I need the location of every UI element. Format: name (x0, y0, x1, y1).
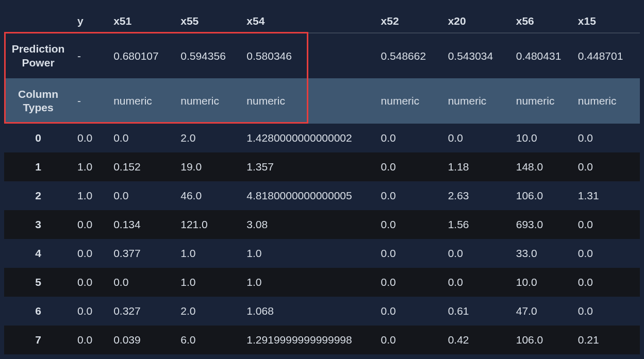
row-index: 0 (4, 124, 72, 152)
cell: 47.0 (511, 297, 573, 326)
row-index: 1 (4, 152, 72, 181)
cell: 6.0 (175, 326, 241, 354)
row-index: 3 (4, 210, 72, 239)
cell: 0.0 (108, 124, 175, 152)
cell: 1.2919999999999998 (241, 326, 375, 354)
prediction-power-row: Prediction Power - 0.680107 0.594356 0.5… (4, 33, 640, 78)
cell: 0.0 (573, 239, 640, 268)
cell: 2.0 (175, 297, 241, 326)
cell: 0.152 (108, 152, 175, 181)
column-types-cell: numeric (573, 78, 640, 124)
col-header[interactable]: x15 (573, 9, 640, 33)
col-header[interactable]: x55 (175, 9, 241, 33)
col-header[interactable]: x51 (108, 9, 175, 33)
table-row: 3 0.0 0.134 121.0 3.08 0.0 1.56 693.0 0.… (4, 210, 640, 239)
table-row: 7 0.0 0.039 6.0 1.2919999999999998 0.0 0… (4, 326, 640, 354)
cell: 121.0 (175, 210, 241, 239)
table-row: 1 1.0 0.152 19.0 1.357 0.0 1.18 148.0 0.… (4, 152, 640, 181)
cell: 2.0 (175, 124, 241, 152)
cell: 1.357 (241, 152, 375, 181)
cell: 0.0 (376, 239, 443, 268)
cell: 0.0 (573, 297, 640, 326)
prediction-power-cell: 0.480431 (511, 33, 573, 78)
prediction-power-cell: 0.594356 (175, 33, 241, 78)
cell: 0.0 (72, 124, 108, 152)
cell: 1.0 (241, 239, 375, 268)
cell: 0.0 (376, 268, 443, 297)
header-blank (4, 9, 72, 33)
col-header[interactable]: y (72, 9, 108, 33)
table-row: 6 0.0 0.327 2.0 1.068 0.0 0.61 47.0 0.0 (4, 297, 640, 326)
cell: 1.18 (443, 152, 511, 181)
cell: 4.8180000000000005 (241, 181, 375, 210)
cell: 0.0 (72, 297, 108, 326)
cell: 0.0 (108, 181, 175, 210)
cell: 693.0 (511, 210, 573, 239)
cell: 0.21 (573, 326, 640, 354)
row-index: 4 (4, 239, 72, 268)
cell: 148.0 (511, 152, 573, 181)
cell: 0.0 (573, 268, 640, 297)
cell: 0.0 (573, 210, 640, 239)
column-types-cell: numeric (511, 78, 573, 124)
column-types-cell: numeric (175, 78, 241, 124)
cell: 0.0 (376, 326, 443, 354)
col-header[interactable]: x52 (376, 9, 443, 33)
cell: 33.0 (511, 239, 573, 268)
column-types-row: Column Types - numeric numeric numeric n… (4, 78, 640, 124)
column-types-cell: numeric (108, 78, 175, 124)
cell: 0.61 (443, 297, 511, 326)
cell: 3.08 (241, 210, 375, 239)
cell: 1.56 (443, 210, 511, 239)
cell: 1.4280000000000002 (241, 124, 375, 152)
column-types-label: Column Types (4, 78, 72, 124)
cell: 10.0 (511, 268, 573, 297)
cell: 0.0 (443, 239, 511, 268)
cell: 0.0 (108, 268, 175, 297)
cell: 1.0 (72, 181, 108, 210)
row-index: 5 (4, 268, 72, 297)
cell: 2.63 (443, 181, 511, 210)
cell: 0.134 (108, 210, 175, 239)
cell: 0.0 (72, 210, 108, 239)
cell: 0.377 (108, 239, 175, 268)
row-index: 2 (4, 181, 72, 210)
cell: 0.0 (573, 152, 640, 181)
cell: 0.0 (72, 239, 108, 268)
cell: 0.327 (108, 297, 175, 326)
table-row: 4 0.0 0.377 1.0 1.0 0.0 0.0 33.0 0.0 (4, 239, 640, 268)
cell: 1.31 (573, 181, 640, 210)
cell: 0.0 (376, 297, 443, 326)
cell: 46.0 (175, 181, 241, 210)
row-index: 7 (4, 326, 72, 354)
cell: 1.0 (241, 268, 375, 297)
cell: 1.068 (241, 297, 375, 326)
cell: 10.0 (511, 124, 573, 152)
table-row: 2 1.0 0.0 46.0 4.8180000000000005 0.0 2.… (4, 181, 640, 210)
data-table: y x51 x55 x54 x52 x20 x56 x15 Prediction… (4, 9, 640, 354)
row-index: 6 (4, 297, 72, 326)
cell: 1.0 (175, 268, 241, 297)
column-types-cell: numeric (241, 78, 375, 124)
cell: 1.0 (175, 239, 241, 268)
column-types-cell: - (72, 78, 108, 124)
col-header[interactable]: x54 (241, 9, 375, 33)
cell: 0.0 (376, 124, 443, 152)
cell: 1.0 (72, 152, 108, 181)
cell: 0.0 (573, 124, 640, 152)
col-header[interactable]: x56 (511, 9, 573, 33)
cell: 106.0 (511, 326, 573, 354)
prediction-power-cell: 0.680107 (108, 33, 175, 78)
cell: 0.0 (443, 124, 511, 152)
cell: 0.0 (376, 210, 443, 239)
cell: 0.42 (443, 326, 511, 354)
cell: 106.0 (511, 181, 573, 210)
col-header[interactable]: x20 (443, 9, 511, 33)
table-row: 0 0.0 0.0 2.0 1.4280000000000002 0.0 0.0… (4, 124, 640, 152)
prediction-power-cell: 0.548662 (376, 33, 443, 78)
prediction-power-cell: 0.543034 (443, 33, 511, 78)
prediction-power-cell: 0.448701 (573, 33, 640, 78)
table-header-row: y x51 x55 x54 x52 x20 x56 x15 (4, 9, 640, 33)
prediction-power-cell: 0.580346 (241, 33, 375, 78)
cell: 0.0 (376, 181, 443, 210)
